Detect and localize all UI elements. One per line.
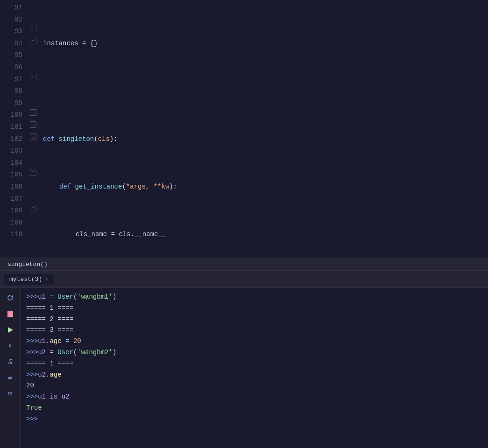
term-token: User	[57, 347, 73, 358]
line-numbers: 91 92 93 94 95 96 97 98 99 100 101 102 1…	[0, 2, 28, 258]
code-lines: instances = {} def singleton(cls): def g…	[41, 2, 488, 258]
code-line-95: cls_name = cls.__name__	[43, 229, 488, 241]
term-output: True	[26, 403, 42, 414]
term-token: age	[50, 370, 61, 381]
prompt-3: >>>	[26, 347, 38, 358]
fold-93[interactable]: −	[30, 26, 36, 32]
term-token: 'wangbm2'	[77, 347, 113, 358]
term-line-2: ===== 1 ====	[26, 303, 482, 314]
term-token: .	[46, 370, 50, 381]
terminal-output: >>> u1 = User ( 'wangbm1' ) ===== 1 ====…	[21, 288, 488, 448]
rerun-button[interactable]	[4, 292, 17, 305]
terminal-content: ⬇ 🖨 ⇄ ∞ >>> u1 = User ( 'wangbm1' ) ====…	[0, 288, 488, 448]
fold-97[interactable]: −	[30, 74, 36, 80]
token: cls	[98, 133, 110, 146]
breadcrumb-bar: singleton()	[0, 258, 488, 271]
ln-98: 98	[0, 85, 22, 98]
tab-close-button[interactable]: ×	[45, 277, 48, 282]
token: ):	[110, 133, 118, 146]
ln-94: 94	[0, 38, 22, 50]
print-button[interactable]: 🖨	[4, 355, 17, 368]
token: = {}	[78, 38, 98, 50]
ln-92: 92	[0, 14, 22, 26]
ln-103: 103	[0, 145, 22, 157]
token: get_instance	[75, 181, 122, 193]
term-token: =	[46, 347, 57, 358]
term-line-1: >>> u1 = User ( 'wangbm1' )	[26, 292, 482, 303]
ln-95: 95	[0, 49, 22, 62]
redirect-button[interactable]: ⇄	[4, 371, 17, 384]
fold-100[interactable]: □	[30, 109, 36, 116]
ln-97: 97	[0, 74, 22, 86]
code-line-94: def get_instance(*args, **kw):	[43, 181, 488, 193]
fold-108[interactable]: −	[30, 205, 36, 211]
prompt-1: >>>	[26, 292, 38, 303]
breadcrumb-text: singleton()	[7, 261, 48, 268]
term-token: u2	[62, 392, 70, 403]
fold-102[interactable]: □	[30, 133, 36, 140]
prompt-4: >>>	[26, 370, 38, 381]
term-token: u1	[38, 292, 46, 303]
token: **kw	[154, 181, 170, 193]
ln-104: 104	[0, 157, 22, 169]
token: ,	[146, 181, 154, 193]
term-token: .	[46, 336, 50, 347]
term-line-3: ===== 2 ====	[26, 314, 482, 325]
terminal-panel: mytest(3) ×	[0, 271, 488, 448]
token: def	[43, 133, 59, 146]
term-token: )	[113, 347, 116, 358]
prompt-2: >>>	[26, 336, 38, 347]
term-output: ===== 3 ====	[26, 325, 73, 336]
term-output: ===== 1 ====	[26, 303, 73, 314]
term-line-4: ===== 3 ====	[26, 325, 482, 336]
code-line-93: def singleton(cls):	[43, 133, 488, 146]
term-line-10: >>> u1 is u2	[26, 392, 482, 403]
term-output: ===== 1 ====	[26, 358, 73, 370]
term-token: (	[73, 347, 77, 358]
term-line-11: True	[26, 403, 482, 414]
term-token: age	[50, 336, 61, 347]
term-token: (	[73, 292, 77, 303]
loop-button[interactable]: ∞	[4, 387, 17, 400]
ln-101: 101	[0, 121, 22, 133]
term-token	[57, 392, 61, 403]
term-line-8: >>> u2 . age	[26, 370, 482, 381]
terminal-tab-mytest[interactable]: mytest(3) ×	[4, 274, 54, 285]
svg-marker-2	[8, 327, 13, 333]
code-area: 91 92 93 94 95 96 97 98 99 100 101 102 1…	[0, 0, 488, 258]
fold-94[interactable]: −	[30, 38, 36, 44]
term-token: 'wangbm1'	[77, 292, 113, 303]
term-line-6: >>> u2 = User ( 'wangbm2' )	[26, 347, 482, 358]
token: *args	[126, 181, 146, 193]
download-button[interactable]: ⬇	[4, 339, 17, 352]
term-token: is	[50, 392, 57, 403]
ln-102: 102	[0, 133, 22, 146]
fold-101[interactable]: □	[30, 121, 36, 128]
gutter: − − − □ □ □ − −	[28, 2, 41, 241]
terminal-tabs: mytest(3) ×	[0, 271, 488, 288]
fold-105[interactable]: −	[30, 169, 36, 175]
ln-105: 105	[0, 169, 22, 181]
term-line-12: >>>	[26, 414, 482, 425]
ln-107: 107	[0, 193, 22, 205]
term-line-7: ===== 1 ====	[26, 358, 482, 370]
ln-91: 91	[0, 2, 22, 14]
editor-panel: 91 92 93 94 95 96 97 98 99 100 101 102 1…	[0, 0, 488, 271]
ln-106: 106	[0, 181, 22, 193]
term-token: u2	[38, 347, 46, 358]
ln-96: 96	[0, 62, 22, 74]
prompt-6: >>>	[26, 414, 38, 425]
prompt-5: >>>	[26, 392, 38, 403]
term-token: u2	[38, 370, 46, 381]
token: ):	[169, 181, 177, 193]
tab-label: mytest(3)	[9, 276, 42, 283]
token: def	[59, 181, 75, 193]
token: (	[122, 181, 126, 193]
stop-button[interactable]	[4, 308, 17, 321]
ln-110: 110	[0, 229, 22, 241]
ln-108: 108	[0, 205, 22, 217]
svg-rect-1	[7, 311, 13, 317]
run-button[interactable]	[4, 323, 17, 336]
ln-99: 99	[0, 98, 22, 110]
term-token	[46, 392, 50, 403]
